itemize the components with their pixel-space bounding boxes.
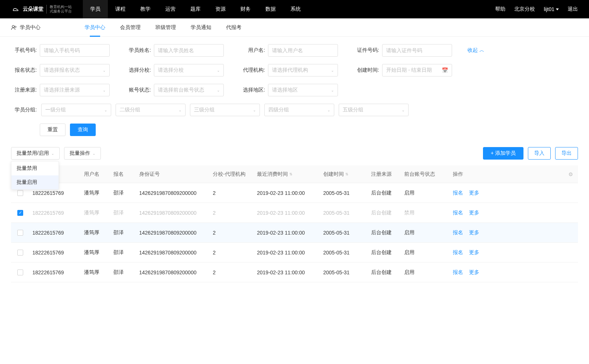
source-select[interactable]: 请选择注册来源⌄	[40, 84, 110, 96]
th-status: 前台账号状态	[401, 171, 445, 178]
batch-disable-item[interactable]: 批量禁用	[11, 161, 59, 175]
cell-status: 启用	[401, 229, 445, 236]
cell-last-spend: 2019-02-23 11:00:00	[254, 210, 320, 216]
add-student-button[interactable]: + 添加学员	[483, 147, 523, 160]
group-label: 学员分组:	[11, 107, 37, 113]
batch-toggle-dropdown[interactable]: 批量禁用/启用⌄	[11, 147, 60, 160]
chevron-down-icon: ⌄	[327, 108, 330, 112]
branch-link[interactable]: 北京分校	[514, 6, 535, 13]
cloud-icon	[11, 6, 20, 13]
cell-source: 后台创建	[368, 269, 401, 276]
table-row: ✓18222615769潘筠厚邵泽14262919870809200000220…	[11, 203, 578, 223]
gear-icon[interactable]: ⚙	[568, 171, 573, 177]
cell-id: 14262919870809200000	[136, 210, 210, 216]
calendar-icon: 📅	[442, 67, 448, 73]
th-id: 身份证号	[136, 171, 210, 178]
phone-label: 手机号码:	[11, 47, 37, 54]
group-select[interactable]: 四级分组⌄	[264, 104, 334, 116]
collapse-toggle[interactable]: 收起︿	[468, 44, 484, 57]
cell-last-spend: 2019-02-23 11:00:00	[254, 230, 320, 236]
enroll-link[interactable]: 报名	[453, 229, 463, 236]
phone-input[interactable]	[40, 44, 110, 57]
more-link[interactable]: 更多	[469, 210, 479, 216]
group-select[interactable]: 五级分组⌄	[339, 104, 409, 116]
cell-branch: 2	[210, 270, 254, 275]
th-last-spend[interactable]: 最近消费时间⇅	[254, 171, 320, 178]
svg-point-1	[15, 26, 16, 28]
user-icon	[11, 25, 17, 31]
enroll-link[interactable]: 报名	[453, 249, 463, 256]
query-button[interactable]: 查询	[70, 124, 96, 136]
group-select[interactable]: 三级分组⌄	[190, 104, 260, 116]
row-checkbox[interactable]	[17, 250, 23, 256]
branch-select[interactable]: 请选择分校⌄	[154, 64, 224, 76]
sort-icon: ⇅	[345, 172, 348, 176]
more-link[interactable]: 更多	[469, 249, 479, 256]
acct-select[interactable]: 请选择前台账号状态⌄	[154, 84, 224, 96]
topnav-item[interactable]: 课程	[108, 0, 133, 18]
row-checkbox[interactable]	[17, 230, 23, 236]
topnav-item[interactable]: 运营	[158, 0, 183, 18]
cell-source: 后台创建	[368, 249, 401, 256]
cell-user: 潘筠厚	[81, 210, 110, 216]
subnav-item[interactable]: 学员中心	[85, 18, 105, 37]
topnav-item[interactable]: 资源	[208, 0, 233, 18]
cell-source: 后台创建	[368, 210, 401, 216]
export-button[interactable]: 导出	[555, 147, 578, 160]
cell-id: 14262919870809200000	[136, 250, 210, 256]
cell-baoming: 邵泽	[110, 269, 136, 276]
top-right: 帮助 北京分校 lijt01 退出	[495, 6, 578, 13]
more-link[interactable]: 更多	[469, 190, 479, 196]
th-created[interactable]: 创建时间⇅	[320, 171, 368, 178]
user-menu[interactable]: lijt01	[544, 6, 559, 12]
more-link[interactable]: 更多	[469, 229, 479, 236]
sort-icon: ⇅	[289, 172, 292, 176]
cell-user: 潘筠厚	[81, 229, 110, 236]
enroll-select[interactable]: 请选择报名状态⌄	[40, 64, 110, 76]
reset-button[interactable]: 重置	[40, 124, 66, 136]
topnav-item[interactable]: 教学	[133, 0, 158, 18]
chevron-down-icon: ⌄	[103, 88, 106, 92]
batch-enable-item[interactable]: 批量启用	[11, 175, 59, 189]
help-link[interactable]: 帮助	[495, 6, 505, 13]
table-row: 18222615769潘筠厚邵泽142629198708092000002201…	[11, 263, 578, 282]
cell-created: 2005-05-31	[320, 230, 368, 236]
enroll-link[interactable]: 报名	[453, 269, 463, 276]
cell-user: 潘筠厚	[81, 190, 110, 196]
subnav-item[interactable]: 会员管理	[120, 18, 141, 37]
topnav-item[interactable]: 题库	[183, 0, 208, 18]
chevron-down-icon: ⌄	[217, 88, 220, 92]
region-select[interactable]: 请选择地区⌄	[268, 84, 338, 96]
cell-phone: 18222615769	[29, 270, 81, 275]
row-checkbox[interactable]	[17, 270, 23, 275]
idcard-input[interactable]	[382, 44, 452, 57]
username-input[interactable]	[268, 44, 338, 57]
cell-created: 2005-05-31	[320, 210, 368, 216]
batch-ops-dropdown[interactable]: 批量操作⌄	[64, 147, 101, 160]
topnav-item[interactable]: 数据	[258, 0, 283, 18]
topnav-item[interactable]: 系统	[283, 0, 308, 18]
group-select[interactable]: 一级分组⌄	[41, 104, 111, 116]
chevron-down-icon: ⌄	[217, 68, 220, 72]
more-link[interactable]: 更多	[469, 269, 479, 276]
topnav-item[interactable]: 财务	[233, 0, 258, 18]
cell-last-spend: 2019-02-23 11:00:00	[254, 270, 320, 275]
cell-baoming: 邵泽	[110, 229, 136, 236]
enroll-link[interactable]: 报名	[453, 210, 463, 216]
name-input[interactable]	[154, 44, 224, 57]
import-button[interactable]: 导入	[528, 147, 551, 160]
enroll-link[interactable]: 报名	[453, 190, 463, 196]
chevron-down-icon: ⌄	[331, 88, 334, 92]
subnav-item[interactable]: 班级管理	[155, 18, 176, 37]
cell-last-spend: 2019-02-23 11:00:00	[254, 190, 320, 196]
subnav-item[interactable]: 代报考	[226, 18, 241, 37]
row-checkbox[interactable]: ✓	[17, 210, 23, 216]
group-select[interactable]: 二级分组⌄	[116, 104, 186, 116]
chevron-up-icon: ︿	[479, 47, 484, 54]
logout-link[interactable]: 退出	[568, 6, 578, 13]
created-daterange[interactable]: 开始日期 - 结束日期📅	[382, 64, 452, 76]
cell-last-spend: 2019-02-23 11:00:00	[254, 250, 320, 256]
row-checkbox[interactable]	[17, 190, 23, 196]
subnav-item[interactable]: 学员通知	[191, 18, 211, 37]
topnav-item[interactable]: 学员	[83, 0, 108, 18]
